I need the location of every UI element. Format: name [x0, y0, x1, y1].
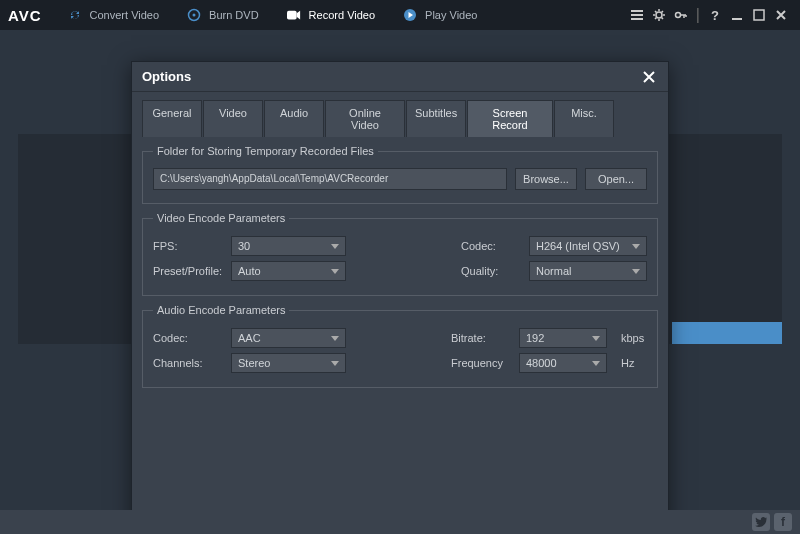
svg-rect-9 [732, 18, 742, 20]
menu-icon[interactable] [629, 7, 645, 23]
bottombar: f [0, 510, 800, 534]
dialog-title-text: Options [142, 69, 191, 84]
fps-label: FPS: [153, 240, 223, 252]
tab-misc[interactable]: Misc. [554, 100, 614, 137]
svg-point-1 [193, 14, 196, 17]
maximize-icon[interactable] [751, 7, 767, 23]
tab-screen-record[interactable]: Screen Record [467, 100, 553, 137]
record-icon [287, 8, 301, 22]
nav-label: Burn DVD [209, 9, 259, 21]
nav-record-video[interactable]: Record Video [273, 0, 389, 30]
folder-legend: Folder for Storing Temporary Recorded Fi… [153, 145, 378, 157]
quality-dropdown[interactable]: Normal [529, 261, 647, 281]
topbar: AVC Convert Video Burn DVD Record Video … [0, 0, 800, 30]
browse-button[interactable]: Browse... [515, 168, 577, 190]
separator: | [696, 6, 700, 24]
frequency-unit: Hz [621, 357, 647, 369]
svg-rect-2 [287, 11, 297, 20]
tab-bar: General Video Audio Online Video Subtitl… [132, 92, 668, 137]
play-icon [403, 8, 417, 22]
svg-point-7 [656, 12, 662, 18]
minimize-icon[interactable] [729, 7, 745, 23]
bitrate-dropdown[interactable]: 192 [519, 328, 607, 348]
nav-label: Play Video [425, 9, 477, 21]
open-button[interactable]: Open... [585, 168, 647, 190]
tab-video[interactable]: Video [203, 100, 263, 137]
tab-subtitles[interactable]: Subtitles [406, 100, 466, 137]
tab-audio[interactable]: Audio [264, 100, 324, 137]
frequency-label: Frequency [451, 357, 511, 369]
nav-burn-dvd[interactable]: Burn DVD [173, 0, 273, 30]
dialog-titlebar: Options [132, 62, 668, 92]
help-icon[interactable]: ? [707, 7, 723, 23]
video-codec-label: Codec: [461, 240, 521, 252]
options-dialog: Options General Video Audio Online Video… [131, 61, 669, 534]
twitter-icon[interactable] [752, 513, 770, 531]
nav-convert-video[interactable]: Convert Video [54, 0, 174, 30]
quality-label: Quality: [461, 265, 521, 277]
audio-codec-label: Codec: [153, 332, 223, 344]
folder-group: Folder for Storing Temporary Recorded Fi… [142, 145, 658, 204]
dialog-close-button[interactable] [640, 68, 658, 86]
key-icon[interactable] [673, 7, 689, 23]
bitrate-unit: kbps [621, 332, 647, 344]
audio-encode-group: Audio Encode Parameters Codec: AAC Bitra… [142, 304, 658, 388]
preset-label: Preset/Profile: [153, 265, 223, 277]
frequency-dropdown[interactable]: 48000 [519, 353, 607, 373]
fps-dropdown[interactable]: 30 [231, 236, 346, 256]
video-encode-legend: Video Encode Parameters [153, 212, 289, 224]
facebook-icon[interactable]: f [774, 513, 792, 531]
close-icon[interactable] [773, 7, 789, 23]
nav-label: Convert Video [90, 9, 160, 21]
audio-encode-legend: Audio Encode Parameters [153, 304, 289, 316]
audio-codec-dropdown[interactable]: AAC [231, 328, 346, 348]
svg-rect-6 [631, 18, 643, 20]
refresh-icon [68, 8, 82, 22]
disc-icon [187, 8, 201, 22]
gear-icon[interactable] [651, 7, 667, 23]
bitrate-label: Bitrate: [451, 332, 511, 344]
channels-label: Channels: [153, 357, 223, 369]
svg-rect-5 [631, 14, 643, 16]
tab-online-video[interactable]: Online Video [325, 100, 405, 137]
svg-rect-4 [631, 10, 643, 12]
video-encode-group: Video Encode Parameters FPS: 30 Codec: H… [142, 212, 658, 296]
channels-dropdown[interactable]: Stereo [231, 353, 346, 373]
tab-general[interactable]: General [142, 100, 202, 137]
app-logo: AVC [8, 7, 42, 24]
svg-point-8 [675, 13, 680, 18]
nav-play-video[interactable]: Play Video [389, 0, 491, 30]
preset-dropdown[interactable]: Auto [231, 261, 346, 281]
svg-rect-10 [754, 10, 764, 20]
nav-label: Record Video [309, 9, 375, 21]
folder-path-input[interactable]: C:\Users\yangh\AppData\Local\Temp\AVCRec… [153, 168, 507, 190]
video-codec-dropdown[interactable]: H264 (Intel QSV) [529, 236, 647, 256]
